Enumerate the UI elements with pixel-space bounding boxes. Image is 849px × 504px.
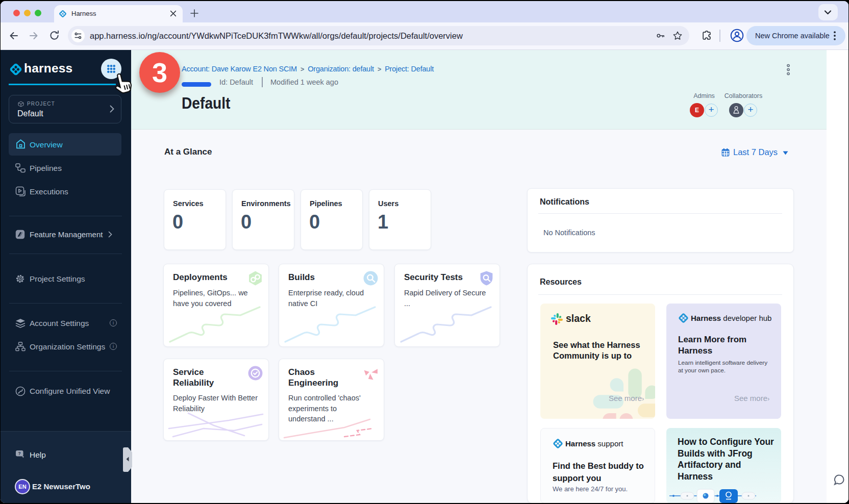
svg-text:?: ? (18, 451, 21, 456)
